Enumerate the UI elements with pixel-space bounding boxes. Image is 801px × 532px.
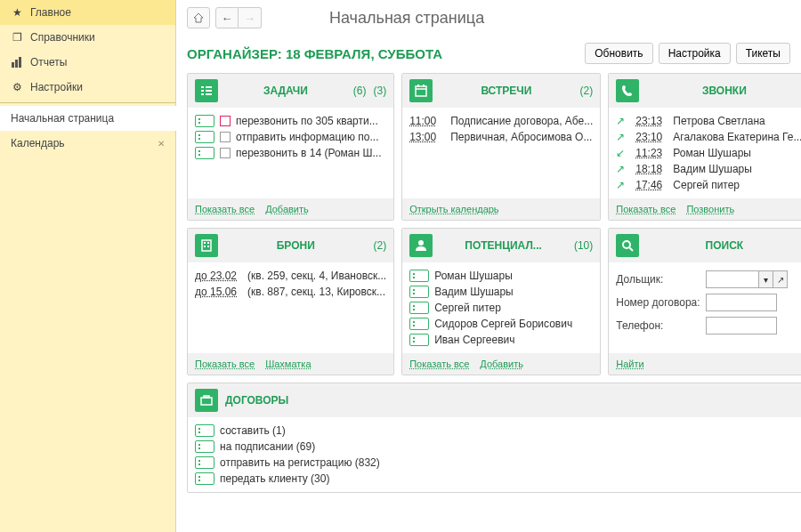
contract-input[interactable] [706, 294, 777, 311]
add-link[interactable]: Добавить [265, 204, 309, 214]
open-icon[interactable]: ↗ [773, 270, 788, 288]
panel-title: ВСТРЕЧИ [440, 85, 572, 97]
call-out-icon: ↗ [616, 163, 630, 175]
phone-input[interactable] [706, 317, 777, 335]
lead-text[interactable]: Иван Сергеевич [434, 334, 514, 346]
count-1: (6) [353, 85, 367, 97]
task-text[interactable]: перезвонить по 305 кварти... [236, 115, 378, 127]
nav-main[interactable]: ★ Главное [0, 0, 175, 25]
refresh-button[interactable]: Обновить [585, 43, 652, 64]
nav-settings[interactable]: ⚙ Настройки [0, 75, 175, 100]
checkbox[interactable] [220, 132, 231, 142]
checkbox[interactable] [220, 148, 231, 158]
svg-point-19 [623, 241, 630, 248]
call-time[interactable]: 11:23 [635, 147, 662, 159]
svg-rect-11 [417, 85, 419, 87]
booking-until[interactable]: до 15.06 [195, 286, 237, 298]
list-icon [195, 424, 214, 437]
count: (10) [574, 239, 593, 252]
panel-title: ПОИСК [646, 239, 801, 252]
list-icon [195, 131, 214, 143]
panel-title: ЗАДАЧИ [225, 85, 346, 97]
settings-button[interactable]: Настройка [659, 43, 731, 64]
nav-divider [0, 102, 175, 103]
close-icon[interactable]: ✕ [158, 139, 165, 149]
lead-text[interactable]: Сидоров Сергей Борисович [434, 318, 572, 330]
task-text[interactable]: отправить информацию по... [236, 131, 378, 143]
call-text[interactable]: Агалакова Екатерина Ге... [673, 131, 801, 143]
nav-label: Главное [30, 6, 71, 19]
meeting-time[interactable]: 13:00 [409, 131, 436, 143]
count: (2) [580, 85, 594, 97]
tickets-button[interactable]: Тикеты [736, 43, 790, 64]
chart-icon [11, 56, 23, 69]
forward-button[interactable]: → [239, 7, 262, 28]
show-all-link[interactable]: Показать все [195, 359, 255, 369]
page-title: Начальная страница [329, 9, 484, 28]
home-button[interactable] [187, 7, 210, 28]
booking-text[interactable]: (кв. 887, секц. 13, Кировск... [247, 286, 385, 298]
nav-tab-calendar[interactable]: Календарь ✕ [0, 131, 175, 156]
contract-text[interactable]: составить (1) [220, 424, 286, 437]
svg-rect-16 [204, 246, 206, 247]
phone-icon [616, 79, 639, 102]
contract-text[interactable]: на подписании (69) [220, 440, 315, 453]
call-out-icon: ↗ [616, 179, 630, 191]
meeting-text[interactable]: Подписание договора, Абе... [450, 115, 593, 127]
svg-rect-1 [15, 60, 18, 68]
svg-rect-3 [201, 86, 204, 88]
show-all-link[interactable]: Показать все [616, 204, 676, 214]
lead-text[interactable]: Сергей питер [434, 302, 501, 314]
panel-tasks: ЗАДАЧИ (6) (3) перезвонить по 305 кварти… [187, 73, 394, 221]
call-text[interactable]: Роман Шушары [673, 147, 751, 159]
svg-rect-13 [202, 240, 211, 251]
meeting-time[interactable]: 11:00 [409, 115, 436, 127]
show-all-link[interactable]: Показать все [195, 204, 255, 214]
call-link[interactable]: Позвонить [686, 204, 734, 214]
checkbox[interactable] [220, 116, 231, 126]
booking-text[interactable]: (кв. 259, секц. 4, Ивановск... [247, 270, 386, 282]
call-time[interactable]: 18:18 [635, 163, 662, 175]
call-in-icon: ↙ [616, 147, 630, 159]
lead-text[interactable]: Вадим Шушары [434, 286, 514, 298]
svg-point-18 [418, 240, 424, 246]
briefcase-icon [195, 389, 218, 412]
list-icon [409, 318, 429, 330]
meeting-text[interactable]: Первичная, Абросимова О... [450, 131, 592, 143]
contract-text[interactable]: отправить на регистрацию (832) [220, 456, 380, 469]
open-calendar-link[interactable]: Открыть календарь [409, 204, 498, 214]
call-time[interactable]: 23:13 [635, 115, 662, 127]
svg-rect-15 [207, 242, 209, 244]
contract-text[interactable]: передать клиенту (30) [220, 472, 329, 485]
call-text[interactable]: Вадим Шушары [673, 163, 752, 175]
call-text[interactable]: Петрова Светлана [673, 115, 765, 127]
back-button[interactable]: ← [215, 7, 239, 28]
svg-line-20 [629, 247, 633, 251]
add-link[interactable]: Добавить [480, 359, 523, 369]
nav-reports[interactable]: Отчеты [0, 50, 175, 75]
booking-until[interactable]: до 23.02 [195, 270, 237, 282]
list-icon [409, 302, 429, 314]
call-time[interactable]: 17:46 [635, 179, 662, 191]
chess-link[interactable]: Шахматка [265, 359, 311, 369]
tasks-icon [195, 79, 218, 102]
svg-rect-7 [201, 93, 204, 95]
find-link[interactable]: Найти [616, 359, 643, 369]
nav-label: Отчеты [30, 56, 67, 69]
call-time[interactable]: 23:10 [635, 131, 662, 143]
nav-refs[interactable]: ❐ Справочники [0, 25, 175, 50]
organizer-title: ОРГАНАЙЗЕР: 18 ФЕВРАЛЯ, СУББОТА [187, 46, 442, 61]
svg-rect-14 [204, 242, 206, 244]
dolshik-input[interactable] [706, 270, 759, 288]
call-out-icon: ↗ [616, 115, 630, 127]
nav-label: Настройки [30, 81, 83, 93]
list-icon [195, 147, 214, 159]
svg-rect-8 [206, 93, 212, 95]
task-text[interactable]: перезвонить в 14 (Роман Ш... [236, 147, 382, 159]
nav-tab-start[interactable]: Начальная страница [0, 106, 176, 131]
call-text[interactable]: Сергей питер [673, 179, 740, 191]
panel-title: ДОГОВОРЫ [225, 394, 801, 407]
show-all-link[interactable]: Показать все [409, 359, 469, 369]
lead-text[interactable]: Роман Шушары [434, 270, 513, 282]
dropdown-icon[interactable]: ▾ [759, 270, 773, 288]
